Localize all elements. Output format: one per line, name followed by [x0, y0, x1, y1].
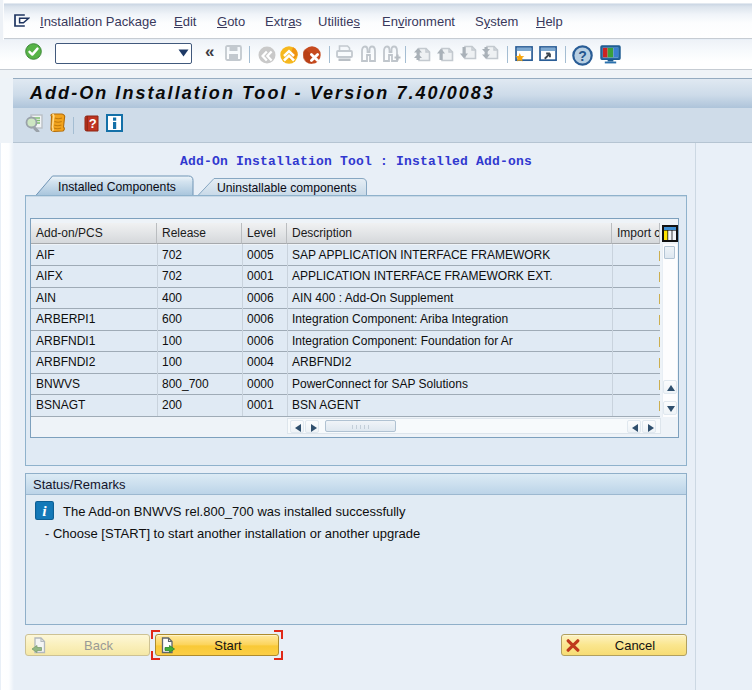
svg-text:?: ?: [578, 48, 587, 64]
svg-text:?: ?: [89, 116, 97, 131]
svg-text:i: i: [42, 502, 47, 519]
